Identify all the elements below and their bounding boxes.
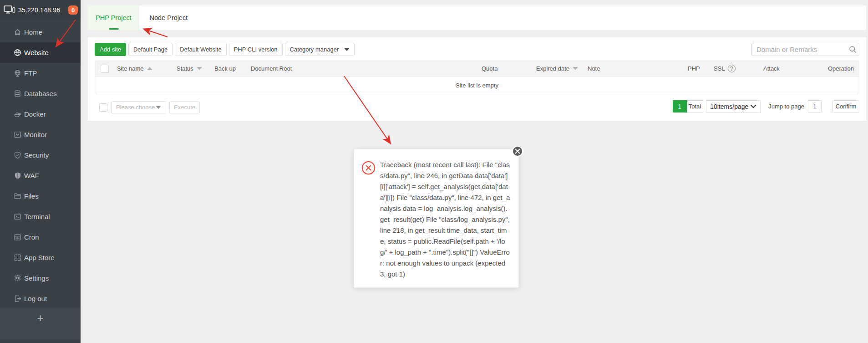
search-box [751,43,859,56]
notification-badge[interactable]: 0 [68,5,78,15]
sidebar-item-databases[interactable]: Databases [0,83,81,104]
column-backup: Back up [210,65,246,72]
jump-to-page-label: Jump to page [768,103,804,110]
appstore-grid-icon [14,254,21,261]
sidebar-header: 35.220.148.96 0 [0,0,81,20]
column-document-root: Document Root [246,65,477,72]
sidebar-item-settings[interactable]: Settings [0,268,81,288]
waf-shield-icon [14,172,21,179]
tab-node-project[interactable]: Node Project [139,5,198,30]
search-input[interactable] [752,43,849,56]
column-php: PHP [683,65,709,72]
project-tabbar: PHP Project Node Project [88,5,866,30]
page-total[interactable]: Total [687,100,703,113]
chevron-down-icon [750,104,756,108]
ssl-help-icon[interactable]: ? [728,65,736,72]
batch-select-checkbox[interactable] [99,103,107,112]
batch-action-select[interactable]: Please choose [111,101,166,113]
jump-page-input[interactable] [808,100,822,113]
sidebar-item-home[interactable]: Home [0,22,81,42]
server-icon [4,5,15,15]
active-tab-underline [109,28,119,30]
sidebar-item-appstore[interactable]: App Store [0,247,81,268]
ftp-icon [14,69,21,77]
logout-icon [14,295,21,302]
website-icon [14,49,21,56]
server-ip[interactable]: 35.220.148.96 [18,6,60,14]
sidebar-footer: + [0,308,81,339]
sidebar-item-waf[interactable]: WAF [0,165,81,186]
sidebar-item-files[interactable]: Files [0,186,81,206]
filter-down-icon [197,67,202,70]
databases-icon [14,90,21,97]
column-note: Note [583,65,683,72]
files-folder-icon [14,192,21,200]
sidebar-item-logout[interactable]: Log out [0,288,81,309]
terminal-icon [14,213,21,220]
column-ssl: SSL ? [709,65,759,72]
security-shield-icon [14,151,21,159]
empty-text: Site list is empty [456,82,498,89]
caret-down-icon [344,48,350,51]
sidebar-collapse-plus[interactable]: + [37,312,44,324]
caret-down-icon [156,106,161,109]
sidebar-item-terminal[interactable]: Terminal [0,206,81,227]
column-status[interactable]: Status [172,65,210,72]
sidebar: 35.220.148.96 0 Home Website FTP [0,0,81,343]
search-icon[interactable] [849,46,857,53]
sort-asc-icon [147,67,152,70]
sidebar-item-monitor[interactable]: Monitor [0,124,81,145]
site-list-panel: Add site Default Page Default Website PH… [88,37,866,121]
column-quota: Quota [477,65,532,72]
sidebar-item-docker[interactable]: Docker [0,104,81,124]
category-manager-button[interactable]: Category manager [285,43,355,56]
page-size-select[interactable]: 10items/page [706,100,761,113]
monitor-icon [14,131,21,138]
sidebar-item-cron[interactable]: Cron [0,227,81,247]
docker-icon [14,110,21,118]
pagination: 1 Total 10items/page Jump to page Confir… [673,100,859,113]
select-all-checkbox[interactable] [101,65,109,73]
column-attack: Attack [759,65,815,72]
toolbar: Add site Default Page Default Website PH… [95,43,859,56]
tab-php-project[interactable]: PHP Project [88,5,139,30]
confirm-button[interactable]: Confirm [832,100,859,113]
dialog-close-button[interactable] [512,146,523,157]
filter-down-icon [573,67,578,70]
execute-button[interactable]: Execute [169,101,200,113]
default-website-button[interactable]: Default Website [175,43,227,56]
empty-row: Site list is empty [95,77,859,94]
sidebar-item-website[interactable]: Website [0,42,81,63]
column-operation: Operation [815,65,859,72]
column-site-name[interactable]: Site name [112,65,172,72]
error-message: Traceback (most recent call last): File … [380,159,511,280]
sidebar-item-security[interactable]: Security [0,145,81,165]
default-page-button[interactable]: Default Page [128,43,173,56]
column-expired-date[interactable]: Expired date [532,65,583,72]
sidebar-menu: Home Website FTP Databases [0,22,81,309]
error-circle-icon [361,161,376,177]
sidebar-item-ftp[interactable]: FTP [0,63,81,83]
home-icon [14,28,21,36]
page-number-1[interactable]: 1 [673,100,687,113]
site-table: Site name Status Back up Document Root [95,61,859,94]
error-dialog: Traceback (most recent call last): File … [354,149,519,288]
add-site-button[interactable]: Add site [95,43,126,56]
settings-gear-icon [14,274,21,282]
table-header-row: Site name Status Back up Document Root [95,61,859,77]
cron-calendar-icon [14,233,21,241]
php-cli-version-button[interactable]: PHP CLI version [229,43,283,56]
batch-actions-row: Please choose Execute 1 Total 10items/pa… [95,101,859,113]
